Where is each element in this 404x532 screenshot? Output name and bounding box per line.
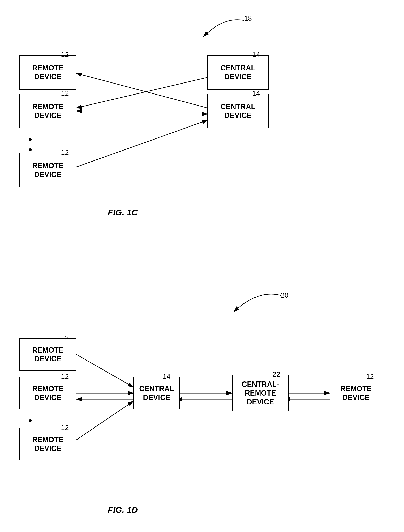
fig1d-rd1-ref: 12: [61, 334, 69, 342]
svg-line-4: [76, 73, 208, 108]
fig1c-central-device-2: CENTRALDEVICE: [208, 94, 269, 128]
fig1c-dots: ••: [28, 134, 32, 155]
svg-line-12: [76, 401, 133, 440]
fig1d-central-remote-device: CENTRAL-REMOTEDEVICE: [232, 375, 289, 411]
fig1d-remote-device-2: REMOTEDEVICE: [19, 377, 76, 409]
fig1c-remote-device-3: REMOTEDEVICE: [19, 153, 76, 187]
fig1d-remote-device-4: REMOTEDEVICE: [329, 377, 382, 409]
fig1d-rd4-ref: 12: [366, 372, 374, 380]
fig1c-cd2-ref: 14: [252, 89, 260, 97]
fig1d-ref-arrow: [214, 285, 291, 318]
fig1c-rd2-ref: 12: [61, 89, 69, 97]
fig1c-central-device-1: CENTRALDEVICE: [208, 55, 269, 90]
fig1c-cd1-ref: 14: [252, 51, 260, 58]
fig1c-remote-device-2: REMOTEDEVICE: [19, 94, 76, 128]
fig1c-rd1-ref: 12: [61, 51, 69, 58]
svg-line-5: [76, 78, 208, 108]
fig1c-rd3-ref: 12: [61, 148, 69, 156]
fig1d-caption: FIG. 1D: [108, 505, 138, 515]
fig1d-crd-ref: 22: [273, 370, 280, 378]
svg-line-8: [76, 120, 208, 167]
fig1d-remote-device-1: REMOTEDEVICE: [19, 338, 76, 371]
fig1d-remote-device-3: REMOTEDEVICE: [19, 428, 76, 460]
fig1d-central-device: CENTRALDEVICE: [133, 377, 180, 409]
fig1c-ref-arrow: [183, 12, 254, 43]
fig1d-cd-ref: 14: [163, 372, 170, 380]
fig1c-caption: FIG. 1C: [108, 208, 138, 218]
fig1d-rd2-ref: 12: [61, 372, 69, 380]
page-container: 18 REMOTEDEVICE 12 REMOTEDEVICE 12 •• RE…: [0, 0, 404, 532]
svg-line-9: [76, 354, 133, 387]
fig1d-rd3-ref: 12: [61, 424, 69, 432]
fig1c-remote-device-1: REMOTEDEVICE: [19, 55, 76, 90]
